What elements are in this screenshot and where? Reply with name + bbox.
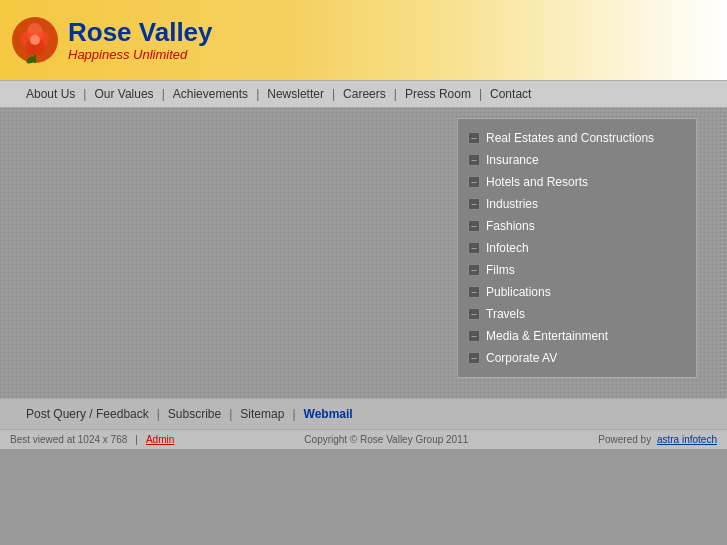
nav-sep: | [477,87,484,101]
main-content: –Real Estates and Constructions–Insuranc… [0,108,727,398]
menu-expand-icon: – [468,132,480,144]
footer-sep: | [227,407,234,421]
nav-item-press-room[interactable]: Press Room [399,87,477,101]
dropdown-panel: –Real Estates and Constructions–Insuranc… [457,118,697,378]
powered-by-text: Powered by [598,434,651,445]
nav-sep: | [254,87,261,101]
nav-sep: | [81,87,88,101]
powered-by-area: Powered by astra infotech [598,434,717,445]
nav-item-contact[interactable]: Contact [484,87,537,101]
nav-item-newsletter[interactable]: Newsletter [261,87,330,101]
menu-item-hotels-and-resorts[interactable]: –Hotels and Resorts [458,171,696,193]
menu-item-real-estates-and-constructions[interactable]: –Real Estates and Constructions [458,127,696,149]
menu-item-label: Travels [486,307,525,321]
menu-item-label: Insurance [486,153,539,167]
menu-item-films[interactable]: –Films [458,259,696,281]
nav-sep: | [392,87,399,101]
menu-item-label: Hotels and Resorts [486,175,588,189]
menu-item-publications[interactable]: –Publications [458,281,696,303]
menu-expand-icon: – [468,198,480,210]
menu-item-travels[interactable]: –Travels [458,303,696,325]
footer-sep: | [290,407,297,421]
logo-text-area: Rose Valley Happiness Unlimited [68,18,213,62]
navbar: About Us|Our Values|Achievements|Newslet… [0,80,727,108]
menu-expand-icon: – [468,352,480,364]
svg-point-6 [30,35,40,45]
footer-sep: | [155,407,162,421]
footer-link-subscribe[interactable]: Subscribe [162,407,227,421]
bottom-bar: Best viewed at 1024 x 768 | Admin Copyri… [0,429,727,449]
menu-item-corporate-av[interactable]: –Corporate AV [458,347,696,369]
footer-nav: Post Query / Feedback|Subscribe|Sitemap|… [0,398,727,429]
menu-item-label: Media & Entertainment [486,329,608,343]
menu-item-label: Corporate AV [486,351,557,365]
menu-expand-icon: – [468,330,480,342]
menu-item-media-and-entertainment[interactable]: –Media & Entertainment [458,325,696,347]
logo-subtitle: Happiness Unlimited [68,47,213,62]
menu-item-label: Infotech [486,241,529,255]
footer-link-sitemap[interactable]: Sitemap [234,407,290,421]
menu-item-insurance[interactable]: –Insurance [458,149,696,171]
menu-item-label: Industries [486,197,538,211]
footer-link-webmail[interactable]: Webmail [298,407,359,421]
nav-sep: | [160,87,167,101]
menu-item-label: Fashions [486,219,535,233]
admin-link[interactable]: Admin [146,434,174,445]
copyright: Copyright © Rose Valley Group 2011 [304,434,468,445]
menu-expand-icon: – [468,308,480,320]
menu-item-label: Real Estates and Constructions [486,131,654,145]
menu-expand-icon: – [468,220,480,232]
menu-item-label: Films [486,263,515,277]
logo-area: Rose Valley Happiness Unlimited [10,15,213,65]
menu-item-infotech[interactable]: –Infotech [458,237,696,259]
menu-item-industries[interactable]: –Industries [458,193,696,215]
view-info: Best viewed at 1024 x 768 [10,434,127,445]
menu-expand-icon: – [468,286,480,298]
logo-title: Rose Valley [68,18,213,47]
footer-link-post-query--feedback[interactable]: Post Query / Feedback [20,407,155,421]
powered-by-link[interactable]: astra infotech [657,434,717,445]
bottom-left: Best viewed at 1024 x 768 | Admin [10,434,174,445]
menu-item-label: Publications [486,285,551,299]
sep-bottom-1: | [135,434,138,445]
nav-item-our-values[interactable]: Our Values [88,87,159,101]
menu-expand-icon: – [468,154,480,166]
menu-expand-icon: – [468,264,480,276]
rose-logo-icon [10,15,60,65]
nav-item-achievements[interactable]: Achievements [167,87,254,101]
header: Rose Valley Happiness Unlimited [0,0,727,80]
nav-sep: | [330,87,337,101]
menu-item-fashions[interactable]: –Fashions [458,215,696,237]
menu-expand-icon: – [468,242,480,254]
nav-item-about-us[interactable]: About Us [20,87,81,101]
nav-item-careers[interactable]: Careers [337,87,392,101]
menu-expand-icon: – [468,176,480,188]
